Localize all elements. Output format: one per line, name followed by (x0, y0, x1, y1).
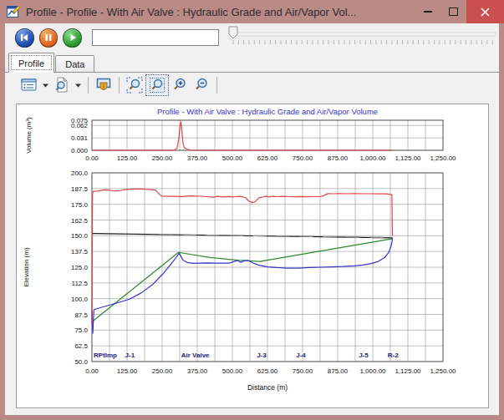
chevron-down-icon (43, 83, 49, 88)
svg-text:1,125.00: 1,125.00 (395, 154, 421, 162)
svg-text:112.5: 112.5 (72, 280, 89, 287)
tab-profile-label: Profile (18, 58, 44, 68)
elevation-chart: RPtImpJ-1Air ValveJ-3J-4J-5R-2200.0187.5… (23, 170, 456, 392)
svg-text:625.00: 625.00 (257, 154, 278, 162)
time-slider-track[interactable] (230, 33, 496, 36)
node-label: J-4 (296, 352, 306, 359)
node-label: J-5 (359, 352, 369, 359)
profile-window: Profile - Profile - With Air Valve : Hyd… (0, 0, 504, 420)
profile-chart[interactable]: Profile - With Air Valve : Hydraulic Gra… (17, 104, 488, 407)
svg-text:1,000.00: 1,000.00 (359, 154, 386, 162)
svg-text:75.0: 75.0 (74, 326, 88, 334)
zoom-in-icon (171, 77, 188, 94)
print-preview-dropdown[interactable] (73, 75, 84, 95)
zoom-extents-icon (149, 77, 165, 94)
toolbar-separator (88, 77, 89, 94)
chart-toolbar (5, 73, 499, 98)
app-icon[interactable] (7, 5, 21, 18)
svg-text:0.000: 0.000 (71, 147, 89, 154)
zoom-out-button[interactable] (191, 75, 212, 95)
tab-profile[interactable]: Profile (8, 53, 54, 73)
toolbar-separator (216, 77, 217, 94)
close-button[interactable] (466, 0, 504, 23)
svg-text:250.00: 250.00 (152, 154, 173, 162)
svg-text:100.0: 100.0 (71, 296, 89, 303)
svg-text:1,000.00: 1,000.00 (359, 367, 386, 375)
svg-text:500.00: 500.00 (222, 367, 243, 375)
svg-text:0.031: 0.031 (71, 134, 89, 142)
svg-text:875.00: 875.00 (328, 367, 349, 375)
zoom-out-icon (193, 77, 210, 94)
toolbar-separator (119, 77, 120, 94)
svg-text:1,250.00: 1,250.00 (430, 367, 456, 375)
svg-text:500.00: 500.00 (222, 154, 243, 162)
svg-text:0.00: 0.00 (85, 367, 99, 375)
svg-text:0.062: 0.062 (71, 122, 89, 129)
maximize-button[interactable] (440, 0, 466, 23)
chart-options-icon (21, 78, 38, 93)
chart-options-dropdown[interactable] (40, 75, 51, 95)
zoom-extents-button[interactable] (145, 74, 169, 96)
svg-text:1,125.00: 1,125.00 (395, 367, 421, 375)
svg-text:150.0: 150.0 (71, 232, 89, 240)
window-title: Profile - Profile - With Air Valve : Hyd… (26, 6, 411, 18)
svg-text:625.00: 625.00 (257, 367, 278, 375)
svg-text:375.00: 375.00 (187, 154, 208, 162)
svg-text:375.00: 375.00 (187, 367, 208, 375)
tab-data[interactable]: Data (55, 55, 94, 72)
volume-axis-label: Volume (m³) (25, 117, 33, 154)
minimize-icon (424, 11, 432, 13)
svg-text:175.0: 175.0 (71, 201, 89, 209)
print-preview-button[interactable] (51, 75, 73, 95)
window-content: Profile Data (5, 23, 499, 415)
svg-text:875.00: 875.00 (328, 154, 349, 162)
volume-grid (92, 120, 443, 150)
profile-tab-page: Profile - With Air Valve : Hydraulic Gra… (5, 73, 499, 415)
elevation-axis-label: Elevation (m) (23, 247, 30, 286)
time-slider-ticks (233, 40, 492, 44)
node-label: RPtImp (94, 352, 117, 359)
node-label: R-2 (388, 352, 399, 359)
zoom-window-icon (126, 77, 143, 94)
pause-button[interactable] (39, 28, 59, 48)
print-preview-icon (53, 77, 70, 94)
svg-text:750.00: 750.00 (293, 367, 313, 375)
chart-panel[interactable]: Profile - With Air Valve : Hydraulic Gra… (16, 104, 489, 408)
close-icon (481, 8, 490, 17)
svg-text:137.5: 137.5 (71, 248, 89, 256)
series-red-line (92, 189, 393, 325)
chevron-down-icon (75, 83, 82, 88)
tab-data-label: Data (65, 59, 84, 69)
zoom-in-button[interactable] (169, 75, 191, 95)
minimize-button[interactable] (415, 0, 440, 23)
svg-text:162.5: 162.5 (71, 217, 89, 225)
play-button[interactable] (63, 28, 82, 48)
time-display-input[interactable] (92, 29, 219, 46)
titlebar: Profile - Profile - With Air Valve : Hyd… (0, 0, 504, 23)
chart-options-button[interactable] (18, 75, 40, 95)
svg-text:1,250.00: 1,250.00 (430, 154, 456, 162)
svg-text:62.5: 62.5 (74, 342, 88, 350)
svg-text:250.00: 250.00 (152, 367, 173, 375)
time-slider-thumb[interactable] (229, 27, 237, 38)
zoom-window-button[interactable] (124, 75, 145, 95)
svg-text:50.0: 50.0 (74, 358, 88, 366)
svg-text:125.0: 125.0 (71, 264, 89, 271)
skip-to-start-icon (19, 33, 29, 43)
maximize-icon (449, 8, 458, 16)
svg-text:187.5: 187.5 (71, 185, 89, 193)
snapshot-icon (95, 77, 112, 94)
svg-text:0.00: 0.00 (85, 154, 99, 162)
pause-icon (43, 33, 53, 43)
svg-text:125.00: 125.00 (117, 154, 138, 162)
skip-to-start-button[interactable] (15, 28, 34, 48)
window-controls (415, 0, 504, 23)
snapshot-button[interactable] (93, 75, 115, 95)
node-label: Air Valve (181, 352, 210, 359)
chart-title: Profile - With Air Valve : Hydraulic Gra… (157, 107, 378, 116)
time-slider (227, 24, 499, 51)
node-label: J-3 (257, 352, 267, 359)
svg-text:200.0: 200.0 (71, 170, 89, 177)
svg-text:87.5: 87.5 (74, 311, 88, 319)
svg-text:750.00: 750.00 (293, 154, 313, 162)
